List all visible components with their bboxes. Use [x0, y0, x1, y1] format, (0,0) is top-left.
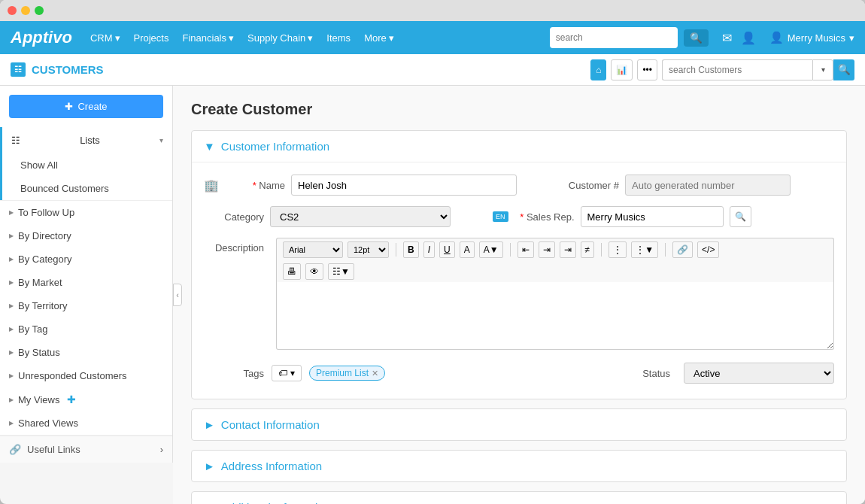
sub-header: ☷ CUSTOMERS ⌂ 📊 ••• ▾ 🔍: [0, 54, 865, 86]
table-button[interactable]: ☷▼: [328, 263, 354, 280]
customer-info-collapse-icon: ▼: [204, 140, 215, 153]
sidebar-wrapper: ✚ Create ☷ Lists ▾ Show All Bounced Cust…: [0, 86, 173, 504]
tag-dropdown-icon: ▾: [290, 368, 295, 378]
sidebar-group-by-tag[interactable]: ▶ By Tag: [0, 317, 172, 341]
by-territory-triangle-icon: ▶: [9, 302, 14, 309]
nav-search-button[interactable]: 🔍: [684, 29, 709, 47]
home-button[interactable]: ⌂: [590, 59, 606, 80]
nav-search-area: 🔍: [550, 27, 709, 48]
useful-links-arrow-icon: ›: [160, 444, 163, 455]
name-input[interactable]: [291, 175, 517, 196]
useful-links-item[interactable]: 🔗 Useful Links ›: [0, 436, 172, 463]
sidebar-group-to-follow-up[interactable]: ▶ To Follow Up: [0, 201, 172, 224]
main-window: Apptivo CRM ▾ Projects Financials ▾ Supp…: [0, 0, 865, 504]
by-directory-triangle-icon: ▶: [9, 232, 14, 239]
sidebar-toggle-button[interactable]: ‹: [173, 284, 182, 306]
category-salesrep-row: Category CS2 EN * Sales Rep. 🔍: [204, 206, 834, 227]
customers-search-group: ▾ 🔍: [662, 59, 854, 80]
toolbar-sep-2: [510, 243, 511, 257]
sidebar-group-by-category[interactable]: ▶ By Category: [0, 247, 172, 271]
sales-rep-input[interactable]: [581, 206, 724, 227]
unresponded-triangle-icon: ▶: [9, 372, 14, 379]
add-view-icon[interactable]: ✚: [67, 393, 76, 405]
print-button[interactable]: 🖶: [283, 263, 301, 280]
bullets-button[interactable]: ⋮: [609, 241, 627, 258]
sidebar-group-by-status[interactable]: ▶ By Status: [0, 341, 172, 364]
bold-button[interactable]: B: [403, 241, 419, 258]
sidebar-group-by-territory[interactable]: ▶ By Territory: [0, 294, 172, 317]
font-family-select[interactable]: Arial Helvetica: [283, 241, 343, 258]
close-dot[interactable]: [8, 6, 17, 15]
lists-section: ☷ Lists ▾ Show All Bounced Customers: [0, 127, 172, 200]
nav-projects[interactable]: Projects: [134, 32, 169, 44]
maximize-dot[interactable]: [35, 6, 44, 15]
title-bar: [0, 0, 865, 21]
customer-num-input: [625, 175, 791, 196]
sales-rep-group: EN * Sales Rep. 🔍: [493, 206, 751, 227]
remove-tag-button[interactable]: ✕: [372, 369, 378, 378]
sidebar-group-shared-views[interactable]: ▶ Shared Views: [0, 411, 172, 435]
by-tag-triangle-icon: ▶: [9, 326, 14, 332]
sidebar-group-my-views[interactable]: ▶ My Views ✚: [0, 387, 172, 411]
sidebar-item-bounced[interactable]: Bounced Customers: [2, 177, 172, 200]
by-status-triangle-icon: ▶: [9, 349, 14, 356]
sub-header-tools: ⌂ 📊 ••• ▾ 🔍: [590, 59, 854, 80]
underline-button[interactable]: U: [439, 241, 455, 258]
sidebar-group-unresponded[interactable]: ▶ Unresponded Customers: [0, 364, 172, 387]
tags-dropdown-button[interactable]: 🏷 ▾: [272, 365, 302, 381]
font-size-select[interactable]: 12pt 10pt 14pt: [348, 241, 389, 258]
sales-rep-search-button[interactable]: 🔍: [730, 206, 751, 227]
search-dropdown-button[interactable]: ▾: [812, 59, 833, 80]
lists-chevron-icon: ▾: [159, 136, 163, 144]
font-color-button[interactable]: A: [460, 241, 475, 258]
nav-items[interactable]: Items: [326, 32, 351, 44]
italic-button[interactable]: I: [423, 241, 435, 258]
nav-more[interactable]: More ▾: [364, 32, 394, 44]
user-icon[interactable]: 👤: [741, 31, 756, 45]
code-button[interactable]: </>: [697, 241, 719, 258]
description-textarea[interactable]: [276, 282, 834, 350]
user-menu[interactable]: 👤 Merry Musics ▾: [769, 31, 854, 44]
customers-search-button[interactable]: 🔍: [833, 59, 854, 80]
sidebar-group-by-directory[interactable]: ▶ By Directory: [0, 224, 172, 247]
desc-toolbar-row1: Arial Helvetica 12pt 10pt 14pt B: [276, 238, 834, 261]
more-options-button[interactable]: •••: [637, 59, 657, 80]
chart-button[interactable]: 📊: [611, 59, 633, 80]
nav-supply-chain[interactable]: Supply Chain ▾: [247, 32, 313, 44]
nav-search-input[interactable]: [550, 27, 678, 48]
category-select[interactable]: CS2: [270, 206, 451, 227]
customers-search-input[interactable]: [662, 59, 812, 80]
create-button[interactable]: ✚ Create: [9, 95, 163, 118]
link-button[interactable]: 🔗: [672, 241, 693, 258]
customers-icon: ☷: [11, 62, 26, 77]
customer-info-header[interactable]: ▼ Customer Information: [192, 131, 846, 162]
align-center-button[interactable]: ⇥: [539, 241, 555, 258]
user-dropdown-icon: ▾: [849, 32, 854, 44]
minimize-dot[interactable]: [21, 6, 30, 15]
mail-icon[interactable]: ✉: [722, 31, 732, 45]
user-avatar-icon: 👤: [769, 31, 784, 44]
address-info-header[interactable]: ► Address Information: [192, 451, 846, 481]
preview-button[interactable]: 👁: [305, 263, 323, 280]
status-select[interactable]: Active Inactive Prospect: [684, 363, 834, 384]
additional-info-header[interactable]: ► Additional Information: [192, 492, 846, 504]
lists-header[interactable]: ☷ Lists ▾: [2, 127, 172, 153]
main-layout: ✚ Create ☷ Lists ▾ Show All Bounced Cust…: [0, 86, 865, 504]
name-customernum-row: 🏢 * Name Customer #: [204, 175, 834, 196]
align-left-button[interactable]: ⇤: [517, 241, 534, 258]
sidebar-group-by-market[interactable]: ▶ By Market: [0, 271, 172, 294]
flag-icon: EN: [493, 211, 508, 222]
address-info-expand-icon: ►: [204, 460, 215, 472]
contact-info-header[interactable]: ► Contact Information: [192, 409, 846, 440]
highlight-button[interactable]: A▼: [479, 241, 503, 258]
description-editor: Arial Helvetica 12pt 10pt 14pt B: [276, 238, 834, 352]
toolbar-sep-4: [665, 243, 666, 257]
sidebar-item-show-all[interactable]: Show All: [2, 153, 172, 177]
nav-financials[interactable]: Financials ▾: [182, 32, 234, 44]
nav-crm[interactable]: CRM ▾: [90, 32, 120, 44]
page-title: Create Customer: [191, 101, 847, 118]
more-dropdown-icon: ▾: [389, 32, 394, 44]
numbering-button[interactable]: ⋮▼: [631, 241, 658, 258]
align-right-button[interactable]: ⇥: [560, 241, 576, 258]
justify-button[interactable]: ≠: [581, 241, 595, 258]
